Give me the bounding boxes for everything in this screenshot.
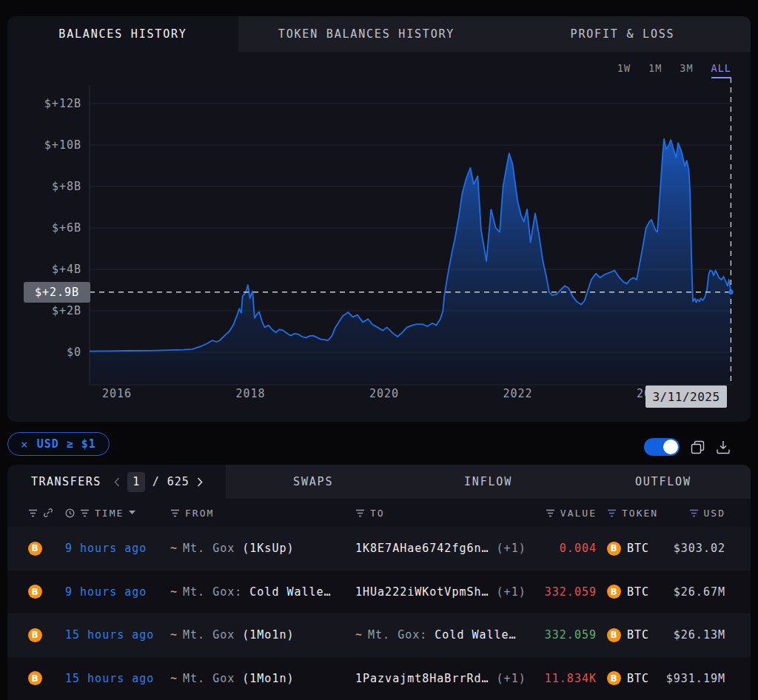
table-row[interactable]: B9 hours ago~Mt. Gox: Cold Walle…1HUa222… (7, 571, 751, 614)
transfers.rows.1.to-extra-count: (+1) (489, 585, 526, 599)
transfers.rows.0.from-entity-label: (1KsUp) (235, 542, 294, 555)
time-range-selector: 1W1M3MALL (617, 62, 731, 78)
y-axis-tick-label: $+4B (7, 262, 81, 277)
transfers.rows.1.from-entity-label: Cold Walle… (242, 585, 331, 599)
tab-transfers[interactable]: TRANSFERS 1 / 625 (7, 465, 226, 499)
from-cell[interactable]: ~Mt. Gox (1Mo1n) (170, 672, 355, 685)
chart-tabbar: BALANCES HISTORY TOKEN BALANCES HISTORY … (7, 16, 751, 52)
bitcoin-icon: B (607, 671, 621, 685)
pagination: 1 / 625 (114, 472, 203, 492)
tab-inflow[interactable]: INFLOW (400, 465, 575, 499)
from-cell[interactable]: ~Mt. Gox (1Mo1n) (170, 628, 355, 642)
entity-wave-icon: ~ (355, 628, 363, 642)
range-button-3m[interactable]: 3M (680, 62, 693, 78)
total-pages: 625 (167, 475, 190, 488)
transfers.rows.1.to-address: 1HUa222iWKotVpmSh… (355, 585, 489, 599)
bitcoin-icon: B (28, 542, 42, 556)
copy-icon[interactable] (691, 440, 705, 454)
column-header-usd[interactable]: USD (704, 508, 725, 519)
from-cell[interactable]: ~Mt. Gox: Cold Walle… (170, 585, 355, 599)
toggle-knob (663, 440, 678, 454)
filter-icon[interactable] (80, 509, 90, 517)
chart-controls (644, 438, 731, 456)
entity-wave-icon: ~ (170, 585, 178, 599)
y-axis-tick-label: $+8B (7, 179, 81, 194)
from-cell[interactable]: ~Mt. Gox (1KsUp) (170, 542, 355, 555)
table-row[interactable]: B15 hours ago~Mt. Gox (1Mo1n)~Mt. Gox: C… (7, 613, 751, 657)
value-amount: 332.059 (545, 628, 597, 642)
x-axis-tick-label: 2022 (492, 386, 545, 401)
tab-swaps[interactable]: SWAPS (226, 465, 400, 499)
balance-area-fill (90, 139, 731, 385)
transfers.rows.3.to-address: 1Pazvajmt8HaBrrRd… (355, 672, 489, 685)
range-button-all[interactable]: ALL (711, 62, 731, 78)
bitcoin-icon: B (28, 628, 42, 642)
column-header-time[interactable]: TIME (95, 508, 124, 519)
column-header-to[interactable]: TO (370, 508, 385, 519)
table-row[interactable]: B15 hours ago~Mt. Gox (1Mo1n)1Pazvajmt8H… (7, 657, 751, 700)
filter-icon[interactable] (170, 509, 180, 517)
x-axis-tick-label: 2020 (358, 386, 411, 401)
entity-wave-icon: ~ (170, 542, 178, 555)
tab-token-balances-history[interactable]: TOKEN BALANCES HISTORY (238, 16, 494, 52)
bitcoin-icon: B (607, 628, 621, 642)
transfer-time-link[interactable]: 15 hours ago (65, 672, 154, 685)
filter-icon[interactable] (546, 509, 555, 517)
transfers.rows.0.to-address: 1K8E7AHae6742fg6n… (355, 542, 489, 555)
download-icon[interactable] (716, 440, 731, 454)
filter-icon[interactable] (355, 509, 365, 517)
chevron-down-icon[interactable] (129, 511, 135, 515)
filter-icon-active[interactable] (607, 509, 617, 517)
transfers.rows.1.from-entity-name: Mt. Gox: (183, 585, 242, 599)
transfers.rows.0.to-extra-count: (+1) (489, 542, 526, 555)
y-axis-tick-label: $0 (7, 345, 81, 360)
transfers.rows.3.from-entity-label: (1Mo1n) (235, 672, 294, 685)
to-cell[interactable]: 1Pazvajmt8HaBrrRd… (+1) (355, 672, 531, 685)
close-icon[interactable]: × (21, 437, 29, 451)
transfers.rows.2.from-entity-label: (1Mo1n) (235, 628, 294, 642)
to-cell[interactable]: 1HUa222iWKotVpmSh… (+1) (355, 585, 531, 599)
entity-wave-icon: ~ (170, 672, 178, 685)
transfer-time-link[interactable]: 15 hours ago (65, 628, 154, 642)
token-cell: BBTC (597, 585, 663, 599)
page-next-icon[interactable] (197, 477, 203, 487)
transfers-panel: TRANSFERS 1 / 625 SWAPS INFLOW OUTFLOW (7, 465, 751, 700)
transfers.rows.0.from-entity-name: Mt. Gox (183, 542, 235, 555)
filter-chip-usd[interactable]: × USD ≥ $1 (7, 432, 110, 456)
transfers.rows.2.from-entity-name: Mt. Gox (183, 628, 235, 642)
filter-icon[interactable] (28, 509, 38, 517)
token-cell: BBTC (597, 628, 663, 642)
range-button-1w[interactable]: 1W (617, 62, 631, 78)
token-symbol: BTC (627, 585, 649, 599)
usd-value: $26.13M (674, 628, 725, 642)
chart-toggle-switch[interactable] (644, 438, 680, 456)
bitcoin-icon: B (607, 542, 621, 556)
filter-chip-label: USD ≥ $1 (37, 437, 96, 451)
transfers-tabbar: TRANSFERS 1 / 625 SWAPS INFLOW OUTFLOW (7, 465, 751, 499)
transfer-time-link[interactable]: 9 hours ago (65, 542, 147, 555)
token-symbol: BTC (627, 542, 649, 555)
tab-balances-history[interactable]: BALANCES HISTORY (7, 16, 238, 52)
area-chart-svg (7, 68, 751, 422)
transfer-time-link[interactable]: 9 hours ago (65, 585, 147, 599)
table-row[interactable]: B9 hours ago~Mt. Gox (1KsUp)1K8E7AHae674… (7, 527, 751, 571)
balances-chart[interactable]: $+12B$+10B$+8B$+6B$+4B$+2B$0 20162018202… (7, 68, 751, 422)
to-cell[interactable]: ~Mt. Gox: Cold Walle… (355, 628, 531, 642)
to-cell[interactable]: 1K8E7AHae6742fg6n… (+1) (355, 542, 531, 555)
usd-value: $931.19M (666, 672, 725, 685)
page-separator: / (152, 475, 160, 488)
column-header-from[interactable]: FROM (185, 508, 214, 519)
transfers-tabstrip: SWAPS INFLOW OUTFLOW (226, 465, 751, 499)
filter-icon-active[interactable] (689, 509, 699, 517)
value-amount: 332.059 (545, 585, 597, 599)
range-button-1m[interactable]: 1M (648, 62, 662, 78)
transfers.rows.2.to-entity-label: Cold Walle… (427, 628, 516, 642)
page-prev-icon[interactable] (114, 477, 120, 487)
tab-outflow[interactable]: OUTFLOW (576, 465, 751, 499)
transfers.rows.3.from-entity-name: Mt. Gox (183, 672, 235, 685)
token-symbol: BTC (627, 672, 649, 685)
link-icon[interactable] (43, 508, 53, 518)
column-header-value[interactable]: VALUE (560, 508, 597, 519)
tab-profit-and-loss[interactable]: PROFIT & LOSS (494, 16, 751, 52)
column-header-token[interactable]: TOKEN (622, 508, 658, 519)
